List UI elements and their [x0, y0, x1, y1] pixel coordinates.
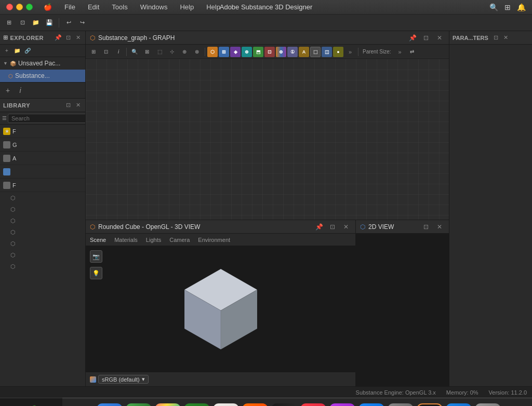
toolbar-redo-btn[interactable]: ↪ [76, 17, 88, 29]
dock-launchpad[interactable]: 🚀 [242, 403, 268, 407]
menu-help[interactable]: Help [204, 2, 222, 12]
library-sub-item-3[interactable]: ⬡ [0, 215, 85, 226]
library-close-btn[interactable]: ✕ [74, 101, 82, 110]
explorer-add-btn[interactable]: + [2, 46, 11, 56]
graph-expand-btn[interactable]: ⊡ [421, 33, 431, 43]
graph-tb-fit-btn[interactable]: ⊠ [141, 46, 153, 58]
library-category-favorites[interactable]: ★ F [0, 125, 85, 138]
dock-airdrop[interactable]: ⬆ [446, 403, 472, 407]
menu-tools[interactable]: Windows [138, 2, 170, 12]
info-btn[interactable]: i [16, 86, 25, 95]
graph-tb-btn-1[interactable]: ⊞ [88, 46, 99, 58]
dock-appstore[interactable]: A [358, 403, 384, 407]
view3d-close-btn[interactable]: ✕ [341, 222, 351, 232]
explorer-pin-btn[interactable]: 📌 [54, 34, 62, 42]
library-expand-btn[interactable]: ⊡ [64, 101, 72, 110]
library-category-f2[interactable]: F [0, 179, 85, 192]
menu-file[interactable]: Edit [86, 2, 101, 12]
dock-appletv[interactable]: ▶ [271, 403, 297, 407]
graph-close-btn[interactable]: ✕ [434, 33, 445, 43]
graph-tb-frame-btn[interactable]: ⬚ [154, 46, 165, 58]
menu-app[interactable]: File [62, 2, 77, 12]
graph-tb-color-4[interactable]: ⊛ [242, 47, 252, 57]
graph-tb-navigate-btn[interactable]: ⊹ [166, 46, 178, 58]
toolbar-grid-btn[interactable]: ⊡ [17, 17, 28, 29]
tab-scene[interactable]: Scene [90, 237, 106, 243]
explorer-folder-btn[interactable]: 📁 [12, 46, 22, 56]
graph-tb-color-9[interactable]: ⬚ [310, 47, 321, 57]
toolbar-undo-btn[interactable]: ↩ [63, 17, 74, 29]
dock-contacts[interactable]: 👤 [213, 403, 239, 407]
camera-btn[interactable]: 📷 [90, 250, 102, 263]
graph-tb-zoom-btn[interactable]: 🔍 [129, 46, 140, 58]
library-sub-item-1[interactable]: ⬡ [0, 192, 85, 204]
explorer-link-btn[interactable]: 🔗 [23, 46, 32, 56]
explorer-expand-btn[interactable]: ⊡ [64, 34, 72, 42]
library-sub-item-4[interactable]: ⬡ [0, 226, 85, 238]
library-sub-item-5[interactable]: ⬡ [0, 238, 85, 249]
tab-camera[interactable]: Camera [169, 237, 190, 243]
notification-icon[interactable]: 🔔 [517, 3, 526, 11]
library-category-g[interactable]: G [0, 138, 85, 152]
maximize-button[interactable] [26, 4, 33, 10]
view3d-expand-btn[interactable]: ⊡ [327, 222, 338, 232]
params-close-btn[interactable]: ✕ [502, 34, 510, 42]
dock-maps[interactable]: 🗺 [126, 403, 152, 407]
graph-tb-color-multi[interactable]: ⊕ [276, 47, 286, 57]
graph-tb-link-btn[interactable]: ⊗ [191, 46, 203, 58]
minimize-button[interactable] [16, 4, 23, 10]
graph-tb-color-7[interactable]: ① [287, 47, 298, 57]
dock-trash[interactable]: 🗑 [475, 403, 501, 407]
tree-item-substance[interactable]: ⬡ Substance... [0, 70, 85, 82]
graph-tb-color-8[interactable]: A [299, 47, 309, 57]
add-panel-btn[interactable]: + [3, 86, 12, 95]
view2d-close-btn[interactable]: ✕ [434, 222, 445, 232]
library-sub-item-6[interactable]: ⬡ [0, 249, 85, 261]
graph-tb-color-6[interactable]: ⊡ [264, 47, 275, 57]
graph-tb-btn-3[interactable]: i [113, 46, 124, 58]
tab-environment[interactable]: Environment [198, 237, 230, 243]
library-sub-item-7[interactable]: ⬡ [0, 261, 85, 272]
toolbar-open-btn[interactable]: 📁 [30, 17, 42, 29]
menu-apple[interactable]: 🍎 [42, 2, 54, 12]
dock-substance[interactable]: DS [417, 403, 443, 407]
graph-tb-color-3[interactable]: ◈ [230, 47, 241, 57]
graph-tb-color-5[interactable]: ⬒ [253, 47, 263, 57]
tab-materials[interactable]: Materials [114, 237, 138, 243]
view2d-expand-btn[interactable]: ⊡ [421, 222, 431, 232]
dock-facetime[interactable]: 📹 [184, 403, 210, 407]
library-category-blue[interactable] [0, 165, 85, 179]
library-sub-item-2[interactable]: ⬡ [0, 204, 85, 215]
explorer-close-btn[interactable]: ✕ [74, 34, 82, 42]
toolbar-new-btn[interactable]: ⊞ [3, 17, 15, 29]
dock-music[interactable]: 🎵 [300, 403, 326, 407]
graph-tb-color-10[interactable]: ◫ [322, 47, 332, 57]
search-icon[interactable]: 🔍 [489, 3, 498, 11]
graph-parent-size-btn[interactable]: » [394, 46, 405, 58]
graph-canvas[interactable] [86, 59, 449, 220]
dock-settings[interactable]: ⚙ [388, 403, 414, 407]
library-category-a[interactable]: A [0, 152, 85, 165]
dock-podcasts[interactable]: 🎙 [329, 403, 355, 407]
graph-pin-btn[interactable]: 📌 [407, 33, 418, 43]
menu-edit[interactable]: Tools [110, 2, 129, 12]
graph-tb-node-btn[interactable]: ⊕ [179, 46, 190, 58]
toolbar-save-btn[interactable]: 💾 [44, 17, 55, 29]
graph-tb-arrows-btn[interactable]: ⇄ [406, 46, 418, 58]
close-button[interactable] [6, 4, 13, 10]
graph-tb-more-btn[interactable]: » [344, 46, 356, 58]
control-center-icon[interactable]: ⊞ [504, 3, 511, 11]
params-expand-btn[interactable]: ⊡ [492, 34, 500, 42]
dock-mail[interactable]: ✉ [97, 403, 123, 407]
menu-windows[interactable]: Help [178, 2, 196, 12]
tab-lights[interactable]: Lights [146, 237, 161, 243]
view2d-canvas[interactable] [356, 234, 449, 386]
graph-tb-color-2[interactable]: ⊞ [219, 47, 229, 57]
graph-tb-btn-2[interactable]: ⊡ [100, 46, 112, 58]
graph-tb-color-1[interactable]: ⬡ [207, 47, 218, 57]
view3d-pin-btn[interactable]: 📌 [314, 222, 324, 232]
dock-photos[interactable]: 🌸 [155, 403, 181, 407]
tree-item-unsaved[interactable]: ▼ 📦 Unsaved Pac... [0, 57, 85, 70]
graph-tb-color-11[interactable]: ● [333, 47, 343, 57]
color-profile-select[interactable]: sRGB (default) ▾ [98, 375, 149, 384]
